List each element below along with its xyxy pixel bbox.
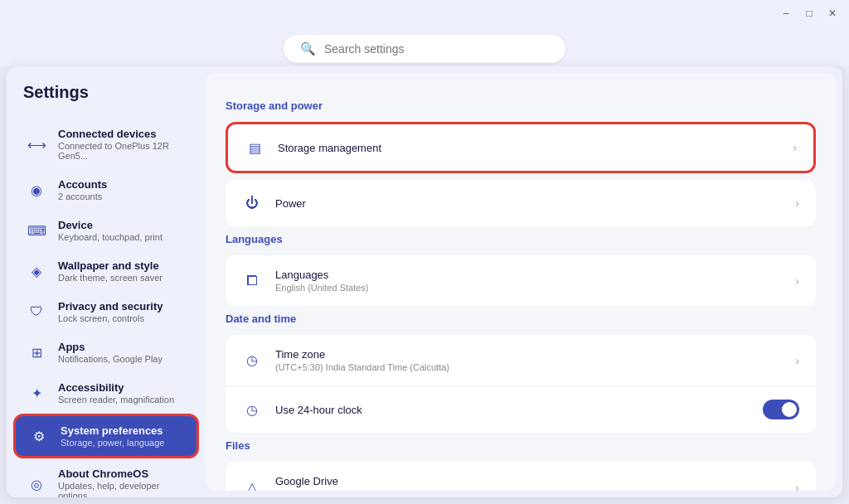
sidebar-item-label-apps: Apps — [58, 341, 163, 353]
connected-devices-icon: ⟷ — [27, 134, 46, 154]
row-label-languages: Languages — [275, 269, 782, 281]
clock2-icon: ◷ — [242, 400, 262, 419]
close-button[interactable]: ✕ — [826, 7, 839, 20]
section-header-date-time: Date and time — [226, 313, 816, 325]
apps-icon: ⊞ — [27, 342, 46, 362]
drive-icon: △ — [242, 477, 262, 491]
sidebar-item-label-wallpaper: Wallpaper and style — [58, 259, 163, 272]
chevron-icon-google-drive: › — [795, 481, 799, 491]
settings-card-files: △Google DriveSigned in as ›☁OneDriveAdd … — [226, 462, 816, 491]
toggle-24hour[interactable] — [763, 400, 799, 419]
privacy-icon: 🛡 — [27, 302, 46, 322]
chevron-icon-timezone: › — [795, 354, 799, 367]
about-icon: ◎ — [27, 474, 46, 494]
sidebar-item-wallpaper[interactable]: ◈Wallpaper and styleDark theme, screen s… — [13, 251, 199, 291]
sidebar-item-label-privacy: Privacy and security — [58, 300, 163, 313]
sidebar-item-sublabel-privacy: Lock screen, controls — [58, 313, 163, 323]
settings-row-google-drive[interactable]: △Google DriveSigned in as › — [226, 462, 816, 491]
search-bar-container: 🔍 — [0, 27, 849, 66]
search-input[interactable] — [324, 42, 549, 56]
minimize-button[interactable]: – — [779, 7, 793, 20]
storage-icon: ▤ — [245, 138, 264, 158]
search-icon: 🔍 — [300, 41, 316, 56]
sidebar: Settings ⟷Connected devicesConnected to … — [7, 66, 206, 497]
sidebar-item-sublabel-system-preferences: Storage, power, language — [61, 438, 164, 448]
sidebar-item-label-system-preferences: System preferences — [61, 424, 164, 437]
sidebar-item-label-device: Device — [58, 219, 163, 231]
maximize-button[interactable]: □ — [803, 7, 816, 20]
chevron-icon-languages: › — [795, 274, 799, 288]
sidebar-item-sublabel-connected-devices: Connected to OnePlus 12R Gen5... — [58, 141, 186, 161]
sidebar-item-device[interactable]: ⌨DeviceKeyboard, touchpad, print — [13, 211, 199, 250]
sidebar-item-sublabel-device: Keyboard, touchpad, print — [58, 232, 163, 242]
search-bar[interactable]: 🔍 — [284, 35, 565, 63]
row-sublabel-timezone: (UTC+5:30) India Standard Time (Calcutta… — [275, 362, 782, 372]
language-icon: ⧠ — [242, 271, 262, 291]
settings-card-date-time: ◷Time zone(UTC+5:30) India Standard Time… — [226, 335, 816, 433]
sidebar-item-label-connected-devices: Connected devices — [58, 128, 186, 140]
sidebar-title: Settings — [7, 83, 206, 119]
sidebar-item-label-accessibility: Accessibility — [58, 381, 174, 394]
sidebar-item-connected-devices[interactable]: ⟷Connected devicesConnected to OnePlus 1… — [13, 119, 199, 169]
accessibility-icon: ✦ — [27, 383, 46, 403]
settings-card-storage-power: ⏻Power› — [226, 180, 816, 226]
main-content: Storage and power▤Storage management›⏻Po… — [206, 73, 836, 491]
sidebar-item-about[interactable]: ◎About ChromeOSUpdates, help, developer … — [13, 459, 199, 497]
row-label-power: Power — [275, 197, 782, 210]
wallpaper-icon: ◈ — [27, 261, 46, 281]
section-header-languages: Languages — [226, 233, 816, 245]
sidebar-item-accessibility[interactable]: ✦AccessibilityScreen reader, magnificati… — [13, 373, 199, 413]
accounts-icon: ◉ — [27, 180, 46, 200]
sidebar-item-sublabel-accessibility: Screen reader, magnification — [58, 395, 174, 405]
sidebar-item-system-preferences[interactable]: ⚙System preferencesStorage, power, langu… — [13, 414, 199, 458]
sidebar-item-sublabel-about: Updates, help, developer options — [58, 481, 186, 497]
app-window: Settings ⟷Connected devicesConnected to … — [7, 66, 842, 497]
power-icon: ⏻ — [242, 193, 262, 213]
row-sublabel-languages: English (United States) — [275, 283, 782, 293]
sidebar-item-label-about: About ChromeOS — [58, 468, 186, 480]
chevron-icon-power: › — [795, 196, 799, 210]
sidebar-item-accounts[interactable]: ◉Accounts2 accounts — [13, 170, 199, 210]
section-header-files: Files — [226, 439, 816, 452]
settings-row-timezone[interactable]: ◷Time zone(UTC+5:30) India Standard Time… — [226, 335, 816, 386]
highlighted-row-wrapper-storage-management: ▤Storage management› — [226, 122, 816, 173]
system-preferences-icon: ⚙ — [29, 426, 49, 446]
section-header-storage-power: Storage and power — [226, 99, 816, 112]
settings-row-languages[interactable]: ⧠LanguagesEnglish (United States)› — [226, 255, 816, 306]
sidebar-item-apps[interactable]: ⊞AppsNotifications, Google Play — [13, 332, 199, 372]
row-sublabel-google-drive: Signed in as — [275, 489, 782, 491]
sidebar-item-privacy[interactable]: 🛡Privacy and securityLock screen, contro… — [13, 292, 199, 332]
device-icon: ⌨ — [27, 220, 46, 240]
chevron-icon-storage-management: › — [793, 141, 797, 154]
sidebar-item-sublabel-apps: Notifications, Google Play — [58, 354, 163, 364]
row-label-google-drive: Google Drive — [275, 475, 782, 487]
sidebar-item-label-accounts: Accounts — [58, 178, 107, 191]
row-label-timezone: Time zone — [275, 348, 782, 361]
row-label-storage-management: Storage management — [278, 142, 779, 154]
settings-card-languages: ⧠LanguagesEnglish (United States)› — [226, 255, 816, 306]
settings-row-24hour[interactable]: ◷Use 24-hour clock — [226, 386, 816, 433]
clock-icon: ◷ — [242, 351, 262, 371]
title-bar: – □ ✕ — [0, 0, 849, 27]
sidebar-item-sublabel-accounts: 2 accounts — [58, 191, 107, 201]
sidebar-item-sublabel-wallpaper: Dark theme, screen saver — [58, 273, 163, 283]
row-label-24hour: Use 24-hour clock — [275, 404, 750, 416]
settings-row-power[interactable]: ⏻Power› — [226, 180, 816, 226]
settings-row-storage-management[interactable]: ▤Storage management› — [228, 124, 813, 171]
